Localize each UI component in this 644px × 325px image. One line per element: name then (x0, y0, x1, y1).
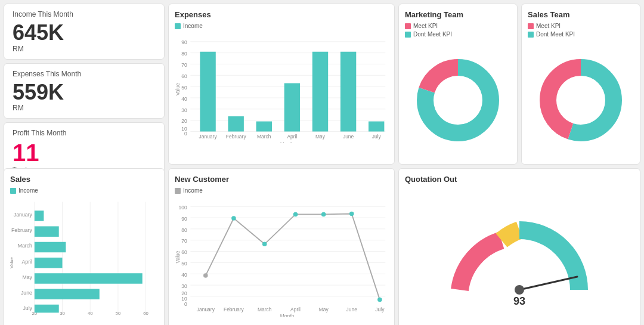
svg-rect-22 (256, 122, 272, 132)
svg-point-93 (349, 212, 354, 216)
svg-text:Month: Month (280, 141, 295, 143)
svg-text:20: 20 (181, 118, 187, 124)
svg-text:90: 90 (181, 39, 187, 45)
marketing-dont-dot (405, 32, 411, 38)
svg-text:100: 100 (179, 205, 187, 211)
svg-text:April: April (287, 134, 297, 140)
expenses-legend-label: Income (183, 23, 203, 29)
svg-text:Value: Value (175, 83, 181, 95)
marketing-team-card: Marketing Team Meet KPI Dont Meet KPI (398, 4, 518, 165)
svg-text:93: 93 (513, 295, 525, 307)
svg-text:February: February (226, 134, 247, 140)
svg-text:March: March (258, 307, 272, 312)
svg-text:30: 30 (181, 107, 187, 113)
svg-text:50: 50 (116, 311, 121, 316)
svg-text:January: January (197, 307, 215, 312)
svg-point-104 (515, 285, 524, 295)
svg-text:April: April (21, 259, 32, 265)
svg-text:30: 30 (60, 311, 65, 316)
sales-team-card: Sales Team Meet KPI Dont Meet KPI (521, 4, 640, 165)
svg-rect-26 (369, 122, 384, 132)
svg-point-91 (293, 212, 298, 217)
sales-bar-legend-label: Income (18, 187, 38, 194)
expenses-value: 559K (13, 81, 156, 104)
new-customer-legend-dot (175, 188, 181, 194)
svg-text:0: 0 (184, 301, 187, 307)
svg-text:July: July (372, 134, 382, 140)
svg-rect-25 (340, 52, 356, 132)
income-value: 645K (13, 21, 156, 45)
expenses-chart-title: Expenses (175, 10, 388, 19)
sales-team-dont-label: Dont Meet KPI (536, 31, 575, 38)
sales-bar-title: Sales (10, 175, 158, 184)
quotation-card: Quotation Out (398, 168, 640, 325)
svg-text:50: 50 (181, 261, 187, 267)
sales-bar-legend-dot (10, 188, 16, 194)
sales-team-donut (536, 55, 626, 145)
quotation-gauge: 93 Tender (430, 200, 609, 308)
svg-point-88 (203, 273, 208, 278)
expenses-legend: Income (175, 23, 388, 29)
svg-point-94 (377, 298, 382, 302)
left-stats-column: Income This Month 645K RM Expenses This … (4, 4, 165, 165)
svg-text:Tender: Tender (509, 307, 530, 308)
svg-rect-24 (312, 52, 328, 132)
svg-rect-64 (35, 289, 100, 299)
expenses-card: Expenses This Month 559K RM (4, 63, 165, 119)
income-card: Income This Month 645K RM (4, 4, 165, 60)
svg-text:April: April (290, 307, 301, 312)
svg-line-103 (519, 277, 577, 290)
svg-text:80: 80 (181, 51, 187, 57)
new-customer-card: New Customer Income 100 90 80 70 60 50 4… (168, 168, 395, 325)
svg-text:May: May (22, 274, 32, 280)
svg-point-89 (231, 216, 236, 221)
svg-text:60: 60 (181, 249, 187, 255)
marketing-meet-dot (405, 23, 411, 29)
svg-text:July: July (23, 305, 32, 311)
expenses-bar-chart: 90 80 70 60 50 40 30 20 10 0 Value (175, 33, 388, 143)
new-customer-legend-label: Income (183, 187, 203, 194)
svg-text:40: 40 (181, 272, 187, 278)
profit-value: 11 (13, 140, 156, 166)
svg-point-90 (262, 242, 267, 247)
svg-text:40: 40 (88, 311, 93, 316)
profit-label: Profit This Month (13, 129, 156, 137)
svg-text:June: June (346, 307, 358, 312)
svg-text:June: June (21, 290, 32, 296)
svg-text:60: 60 (143, 311, 148, 316)
svg-rect-20 (200, 52, 215, 132)
svg-text:February: February (11, 227, 33, 233)
new-customer-chart: 100 90 80 70 60 50 40 30 20 10 0 Value (175, 197, 388, 317)
svg-rect-61 (35, 242, 66, 253)
svg-text:50: 50 (181, 85, 187, 91)
marketing-dont-kpi: Dont Meet KPI (405, 31, 511, 38)
svg-text:Value: Value (175, 250, 181, 263)
svg-text:January: January (14, 212, 33, 218)
quotation-gauge-container: 93 Tender (405, 187, 634, 320)
svg-text:May: May (319, 307, 329, 312)
svg-text:0: 0 (184, 131, 187, 137)
svg-text:January: January (199, 134, 218, 140)
sales-team-title: Sales Team (528, 10, 634, 19)
svg-rect-60 (35, 226, 59, 237)
marketing-donut (413, 55, 503, 145)
marketing-dont-label: Dont Meet KPI (413, 31, 452, 38)
expenses-label: Expenses This Month (13, 70, 156, 78)
svg-text:80: 80 (181, 227, 187, 233)
sales-bar-chart: January February March April May June Ju… (10, 197, 158, 317)
sales-team-dont-dot (528, 32, 534, 38)
svg-text:30: 30 (181, 283, 187, 289)
sales-bar-legend: Income (10, 187, 158, 194)
expenses-legend-dot (175, 23, 181, 29)
svg-text:60: 60 (181, 73, 187, 79)
svg-point-92 (321, 212, 326, 217)
marketing-donut-container (405, 41, 511, 159)
svg-rect-21 (228, 116, 244, 131)
sales-team-donut-container (528, 41, 634, 159)
svg-point-40 (557, 76, 605, 124)
svg-text:90: 90 (181, 216, 187, 222)
svg-rect-65 (35, 305, 59, 313)
marketing-title: Marketing Team (405, 10, 511, 19)
marketing-meet-kpi: Meet KPI (405, 23, 511, 29)
sales-team-meet-label: Meet KPI (536, 23, 561, 29)
